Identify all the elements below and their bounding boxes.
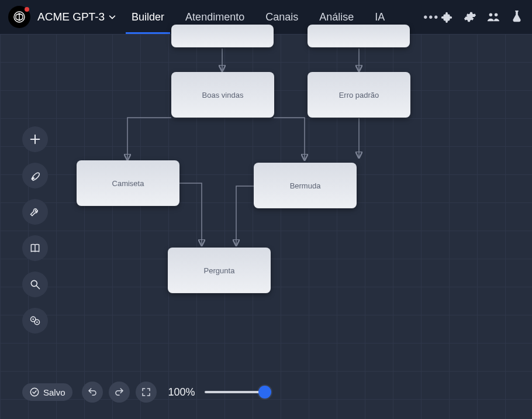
people-icon [486, 11, 500, 23]
node-label: Bermuda [290, 181, 321, 190]
svg-line-6 [37, 286, 40, 289]
chevron-down-icon [108, 13, 116, 21]
zoom-slider[interactable] [205, 385, 269, 399]
fit-view-button[interactable] [136, 382, 157, 403]
flow-canvas[interactable]: Boas vindas Erro padrão Camiseta Bermuda… [0, 34, 532, 419]
workspace-selector[interactable]: ACME GPT-3 [37, 11, 116, 23]
more-tabs-button[interactable]: ••• [423, 11, 439, 24]
flow-node-top-2[interactable] [308, 25, 410, 47]
quickstart-button[interactable] [22, 163, 48, 188]
rocket-icon [29, 170, 41, 181]
redo-icon [114, 387, 125, 397]
flow-node-erro-padrao[interactable]: Erro padrão [308, 72, 410, 118]
variables-button[interactable] [22, 308, 48, 334]
flow-node-bermuda[interactable]: Bermuda [254, 163, 357, 208]
check-circle-icon [29, 387, 40, 397]
flow-node-top-1[interactable] [171, 25, 274, 47]
node-label: Erro padrão [339, 91, 379, 99]
svg-point-9 [32, 318, 34, 320]
save-status: Salvo [22, 383, 72, 401]
gear-icon [464, 11, 476, 23]
svg-point-11 [30, 388, 39, 396]
workspace-name: ACME GPT-3 [37, 11, 105, 23]
undo-button[interactable] [82, 382, 103, 403]
notification-dot [25, 7, 29, 12]
flow-node-boas-vindas[interactable]: Boas vindas [171, 72, 274, 118]
plus-icon [29, 133, 42, 146]
experiments-button[interactable] [510, 10, 524, 24]
cog-circle-icon [29, 315, 41, 327]
flow-node-camiseta[interactable]: Camiseta [77, 160, 179, 206]
zoom-level: 100% [168, 386, 195, 399]
tools-button[interactable] [22, 199, 48, 225]
node-label: Boas vindas [202, 91, 244, 99]
undo-icon [87, 387, 98, 397]
extensions-button[interactable] [440, 10, 454, 24]
fullscreen-icon [141, 387, 151, 397]
flask-icon [511, 11, 523, 23]
flow-node-pergunta[interactable]: Pergunta [168, 248, 271, 293]
docs-button[interactable] [22, 235, 48, 261]
redo-button[interactable] [109, 382, 130, 403]
search-icon [29, 279, 41, 290]
app-logo[interactable] [8, 6, 30, 28]
tab-builder[interactable]: Builder [132, 0, 164, 34]
svg-point-1 [489, 13, 493, 16]
zoom-slider-thumb[interactable] [258, 386, 271, 399]
wrench-icon [29, 206, 41, 218]
settings-button[interactable] [463, 10, 477, 24]
openai-icon [12, 10, 26, 24]
search-button[interactable] [22, 272, 48, 297]
team-button[interactable] [486, 10, 500, 24]
puzzle-icon [440, 11, 453, 23]
svg-point-10 [36, 321, 38, 323]
add-node-button[interactable] [22, 126, 48, 152]
save-status-label: Salvo [43, 387, 65, 397]
svg-point-5 [31, 280, 37, 286]
svg-point-2 [495, 13, 498, 16]
book-icon [29, 242, 41, 254]
node-label: Pergunta [204, 266, 235, 275]
node-label: Camiseta [112, 179, 144, 188]
